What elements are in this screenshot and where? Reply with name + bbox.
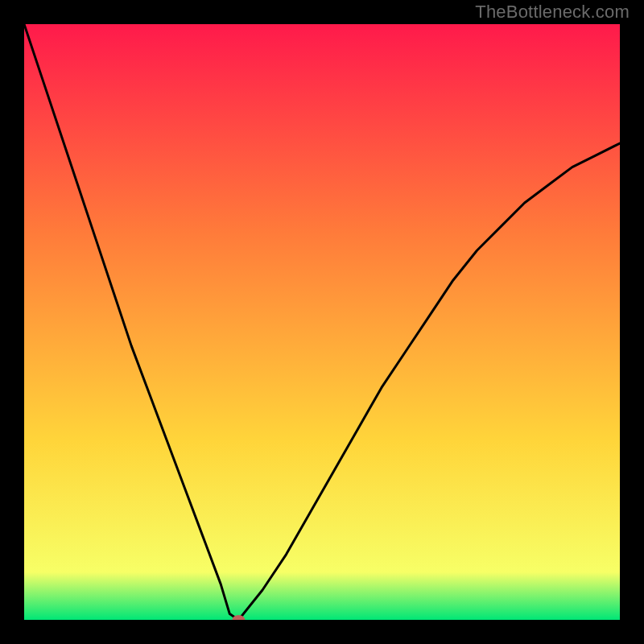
- gradient-background: [24, 24, 620, 620]
- watermark-text: TheBottleneck.com: [475, 2, 630, 23]
- plot-area: [24, 24, 620, 620]
- plot-svg: [24, 24, 620, 620]
- chart-container: TheBottleneck.com: [0, 0, 644, 644]
